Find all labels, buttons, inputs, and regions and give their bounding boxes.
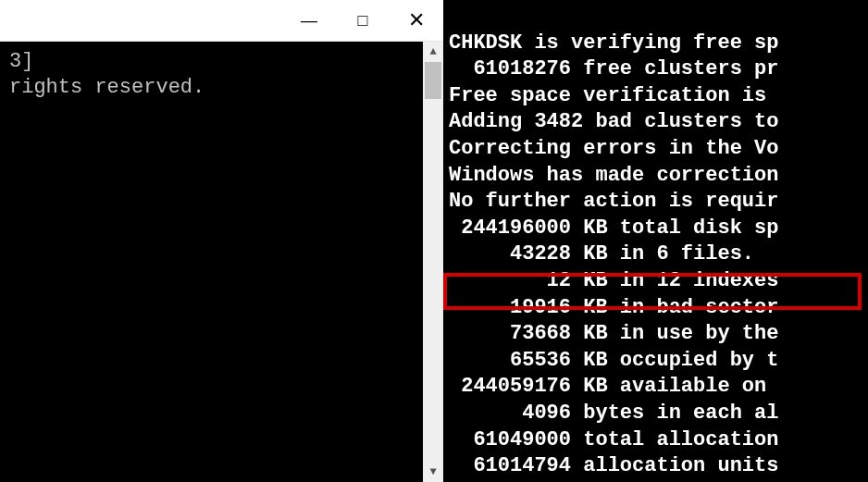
scroll-down-arrow-icon[interactable]: ▼ (423, 462, 443, 482)
cmd-line-2: rights reserved. (9, 76, 205, 99)
chkdsk-line: 73668 KB in use by the (449, 321, 868, 348)
chkdsk-line: Correcting errors in the Vo (449, 136, 868, 163)
chkdsk-line: 61014794 allocation units (449, 453, 868, 480)
chkdsk-output: CHKDSK is verifying free sp 61018276 fre… (443, 0, 868, 482)
chkdsk-line: 65536 KB occupied by t (449, 348, 868, 375)
chkdsk-line: Windows has made correction (449, 163, 868, 190)
window-titlebar: — □ ✕ (0, 0, 443, 42)
chkdsk-line: No further action is requir (449, 189, 868, 216)
chkdsk-line: 61018276 free clusters pr (449, 56, 868, 83)
chkdsk-line: 61049000 total allocation (449, 427, 868, 454)
minimize-button[interactable]: — (282, 0, 336, 42)
chkdsk-line: 244196000 KB total disk sp (449, 216, 868, 242)
maximize-button[interactable]: □ (336, 0, 390, 42)
scroll-thumb[interactable] (425, 62, 441, 99)
chkdsk-line: Free space verification is (449, 83, 868, 110)
chkdsk-line: CHKDSK is verifying free sp (449, 31, 868, 57)
chkdsk-line: 43228 KB in 6 files. (449, 241, 868, 268)
chkdsk-line: 4096 bytes in each al (449, 401, 868, 427)
command-prompt-window: — □ ✕ 3] rights reserved. ▲ ▼ (0, 0, 443, 482)
command-output[interactable]: 3] rights reserved. (0, 42, 423, 482)
vertical-scrollbar[interactable]: ▲ ▼ (423, 42, 443, 482)
close-button[interactable]: ✕ (390, 0, 443, 42)
chkdsk-line: Adding 3482 bad clusters to (449, 109, 868, 136)
chkdsk-line: 12 KB in 12 indexes (449, 268, 868, 295)
chkdsk-line-bad-sectors: 19916 KB in bad sector (449, 295, 868, 322)
scroll-up-arrow-icon[interactable]: ▲ (423, 42, 443, 62)
command-prompt-body: 3] rights reserved. ▲ ▼ (0, 42, 443, 482)
cmd-line-1: 3] (9, 50, 33, 73)
chkdsk-line: 244059176 KB available on (449, 374, 868, 401)
